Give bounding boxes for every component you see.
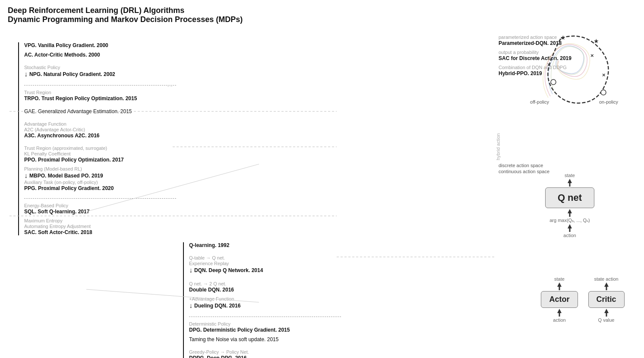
critic-state-action-label: state action bbox=[594, 276, 618, 282]
trust-region-label: Trust Region bbox=[24, 90, 176, 95]
svg-text:×: × bbox=[590, 52, 594, 59]
col2-qlearning: Q-learning. 1992 Q-table → Q net. Experi… bbox=[181, 242, 341, 358]
trust-region2-label: Trust Region (approximated, surrogate) bbox=[24, 146, 176, 151]
qnet-arrow3 bbox=[567, 224, 573, 232]
actor-arrow1 bbox=[556, 282, 562, 290]
stochastic-label: Stochastic Policy bbox=[24, 65, 176, 70]
svg-point-6 bbox=[601, 90, 606, 95]
svg-text:★: ★ bbox=[560, 34, 566, 41]
mbpo-entry: MBPO. Model Based PO. 2019 bbox=[29, 173, 103, 179]
ppo-entry: PPO. Proximal Policy Optimization. 2017 bbox=[24, 157, 176, 163]
title-line2: Dynamic Programming and Markov Decision … bbox=[8, 15, 243, 24]
dpg-entry: DPG. Deterministic Policy Gradient. 2015 bbox=[189, 327, 341, 333]
double-dqn-entry: Double DQN. 2016 bbox=[189, 287, 341, 293]
actor-state-label: state bbox=[554, 276, 565, 282]
qlearning-entry: Q-learning. 1992 bbox=[189, 242, 341, 248]
sac-entry: SAC. Soft Actor-Critic. 2018 bbox=[24, 229, 176, 235]
actor-arrow2 bbox=[556, 309, 562, 317]
qnet-arrow2 bbox=[567, 209, 573, 217]
ac-entry: AC. Actor-Critic Methods. 2000 bbox=[24, 52, 176, 58]
svg-rect-12 bbox=[569, 213, 571, 217]
svg-rect-14 bbox=[569, 228, 571, 232]
critic-qvalue-label: Q value bbox=[598, 317, 615, 323]
actor-box: Actor bbox=[541, 291, 578, 308]
qnet-arrow1 bbox=[567, 179, 573, 187]
svg-point-5 bbox=[551, 79, 556, 85]
ppg-entry: PPG. Proximal Policy Gradient. 2020 bbox=[24, 185, 176, 191]
svg-marker-11 bbox=[568, 209, 572, 213]
dqn-entry: DQN. Deep Q Network. 2014 bbox=[194, 267, 263, 273]
svg-rect-10 bbox=[569, 183, 571, 187]
svg-marker-19 bbox=[604, 282, 609, 287]
greedy-label: Greedy-Policy → Policy Net. bbox=[189, 349, 341, 355]
title-line1: Deep Reinforcement Learning (DRL) Algori… bbox=[8, 6, 243, 15]
experience-label: Experience Replay bbox=[189, 261, 341, 266]
col2-vline bbox=[183, 242, 184, 358]
svg-rect-20 bbox=[606, 287, 607, 290]
sql-entry: SQL. Soft Q-learning. 2017 bbox=[24, 209, 176, 215]
policy-svg: ★ ★ × × × off-policy on-policy bbox=[527, 34, 639, 105]
svg-rect-18 bbox=[559, 313, 560, 317]
svg-text:★: ★ bbox=[593, 38, 599, 44]
max-entropy-label: Maximum Entropy bbox=[24, 218, 176, 223]
qtable-label: Q-table → Q net. bbox=[189, 255, 341, 260]
a3c-entry: A3C. Asynchronous A2C. 2016 bbox=[24, 133, 176, 139]
npg-entry: NPG. Natural Policy Gradient. 2002 bbox=[29, 71, 115, 77]
kl-label: KL Penalty Coefficient bbox=[24, 151, 176, 156]
advantage-func-label: +Advantage Function bbox=[189, 296, 341, 301]
advantage-label: Advantage Function bbox=[24, 121, 176, 127]
svg-rect-22 bbox=[606, 313, 607, 317]
svg-text:×: × bbox=[602, 72, 606, 78]
col1-vline bbox=[18, 42, 19, 235]
automating-label: Automating Entropy Adjustment bbox=[24, 224, 176, 229]
taming-entry: Taming the Noise via soft update. 2015 bbox=[189, 336, 341, 342]
ddpg-entry: DDPG. Deep DPG. 2016 bbox=[189, 355, 341, 358]
auxiliary-label: Auxiliary Task (on-policy, off-policy) bbox=[24, 180, 176, 185]
qnet-box: Q net bbox=[545, 187, 594, 208]
svg-marker-13 bbox=[568, 224, 572, 228]
trpo-entry: TRPO. Trust Region Policy Optimization. … bbox=[24, 95, 176, 101]
critic-arrow1 bbox=[603, 282, 609, 290]
critic-arrow2 bbox=[603, 309, 609, 317]
planning-label: Planning (Model-based RL) bbox=[24, 166, 176, 171]
qnet-action-label: action bbox=[563, 233, 576, 238]
dueling-entry: Dueling DQN. 2016 bbox=[194, 303, 240, 309]
svg-text:off-policy: off-policy bbox=[530, 99, 549, 105]
discrete-action-label: discrete action space bbox=[499, 163, 637, 168]
col1-policy-gradient: VPG. Vanilla Policy Gradient. 2000 AC. A… bbox=[16, 42, 176, 235]
vpg-entry: VPG. Vanilla Policy Gradient. 2000 bbox=[24, 42, 176, 48]
svg-marker-9 bbox=[568, 179, 572, 183]
qnet-diagram: state Q net arg max(Q₁, ..., Qₙ) action bbox=[531, 173, 609, 238]
svg-marker-21 bbox=[604, 309, 609, 313]
qnet2-label: Q net. → 2 Q net. bbox=[189, 281, 341, 286]
qnet-argmax-label: arg max(Q₁, ..., Qₙ) bbox=[549, 218, 590, 223]
svg-text:on-policy: on-policy bbox=[599, 99, 619, 105]
policy-diagram: ★ ★ × × × off-policy on-policy bbox=[527, 34, 639, 107]
svg-text:×: × bbox=[547, 61, 551, 68]
gae-entry: GAE. Generalized Advantage Estimation. 2… bbox=[24, 108, 176, 114]
energy-label: Energy-Based Policy bbox=[24, 203, 176, 208]
actor-action-label: action bbox=[553, 317, 565, 323]
svg-marker-15 bbox=[557, 282, 562, 287]
critic-box: Critic bbox=[588, 291, 625, 308]
det-policy-label: Deterministic Policy bbox=[189, 321, 341, 326]
svg-marker-17 bbox=[557, 309, 562, 313]
ac-diagram: state Actor action state action Critic Q… bbox=[522, 276, 643, 323]
svg-rect-16 bbox=[559, 287, 560, 290]
qnet-state-label: state bbox=[565, 173, 575, 178]
page: Deep Reinforcement Learning (DRL) Algori… bbox=[0, 0, 644, 358]
a2c-label: A2C (Advantage Actor-Critic) bbox=[24, 127, 176, 132]
title-block: Deep Reinforcement Learning (DRL) Algori… bbox=[8, 6, 243, 24]
